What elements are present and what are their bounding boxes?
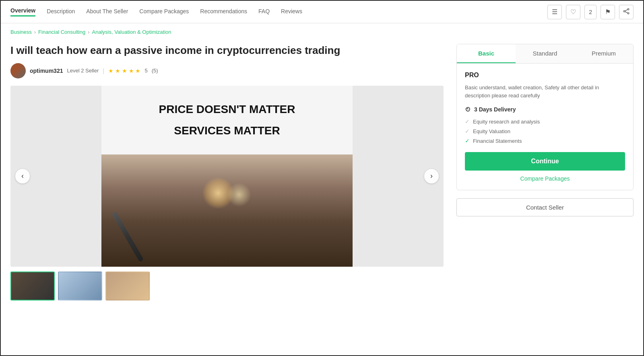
nav-faq[interactable]: FAQ [258, 8, 270, 16]
gig-title: I will teach how earn a passive income i… [10, 44, 444, 58]
menu-icon: ☰ [552, 8, 557, 16]
carousel-title-line2: Services Matter [155, 120, 299, 142]
package-card: Basic Standard Premium PRO Basic underst… [456, 44, 634, 190]
check-icon-2: ✓ [465, 128, 470, 134]
package-name: PRO [465, 72, 625, 79]
package-tabs: Basic Standard Premium [457, 44, 633, 64]
carousel-title-line1: Price Doesn't Matter [155, 99, 299, 120]
nav-links: Overview Description About The Seller Co… [10, 7, 302, 16]
compare-packages-link[interactable]: Compare Packages [465, 175, 625, 182]
tab-premium[interactable]: Premium [574, 44, 633, 63]
feature-item-1: ✓ Equity research and analysis [465, 118, 625, 125]
top-navigation: Overview Description About The Seller Co… [1, 1, 643, 23]
flag-icon: ⚑ [605, 8, 611, 16]
breadcrumb-financial[interactable]: Financial Consulting [38, 29, 85, 35]
flag-button[interactable]: ⚑ [601, 5, 615, 19]
svg-line-3 [625, 9, 627, 10]
svg-line-4 [625, 11, 627, 12]
feature-item-2: ✓ Equity Valuation [465, 128, 625, 134]
nav-overview[interactable]: Overview [10, 7, 35, 16]
clock-icon: ⏲ [465, 106, 471, 113]
delivery-text: 3 Days Delivery [474, 106, 516, 113]
star-rating: ★ ★ ★ ★ ★ [108, 68, 141, 74]
feature-label-3: Financial Statements [473, 138, 522, 144]
rating-number: 5 [144, 68, 147, 74]
badge-count: 2 [589, 9, 592, 15]
heart-icon: ♡ [570, 8, 576, 16]
feature-label-2: Equity Valuation [473, 128, 510, 134]
breadcrumb-sep-1: › [34, 29, 36, 35]
share-icon [623, 8, 630, 16]
thumbnail-strip [10, 272, 444, 300]
seller-name[interactable]: optimum321 [30, 68, 63, 74]
nav-about-seller[interactable]: About The Seller [86, 8, 128, 16]
share-button[interactable] [619, 5, 634, 19]
svg-point-2 [623, 10, 625, 12]
check-icon-3: ✓ [465, 138, 470, 144]
thumbnail-1[interactable] [10, 272, 55, 300]
continue-button[interactable]: Continue [465, 152, 625, 171]
breadcrumb-sep-2: › [88, 29, 89, 35]
main-content: I will teach how earn a passive income i… [1, 37, 643, 307]
feature-item-3: ✓ Financial Statements [465, 138, 625, 144]
right-column: Basic Standard Premium PRO Basic underst… [456, 44, 634, 300]
contact-seller-button[interactable]: Contact Seller [456, 198, 634, 216]
carousel-next-button[interactable]: › [424, 169, 439, 183]
check-icon-1: ✓ [465, 118, 470, 125]
svg-point-1 [627, 12, 629, 14]
menu-button[interactable]: ☰ [547, 5, 562, 19]
seller-row: optimum321 Level 2 Seller | ★ ★ ★ ★ ★ 5 … [10, 63, 444, 78]
image-carousel: Price Doesn't Matter Services Matter [10, 86, 444, 267]
thumbnail-2[interactable] [58, 272, 102, 300]
carousel-main-image: Price Doesn't Matter Services Matter [10, 86, 444, 267]
avatar-image [10, 63, 26, 78]
package-description: Basic understand, wallet creation, Safet… [465, 84, 625, 99]
nav-recommendations[interactable]: Recommendations [200, 8, 247, 16]
nav-compare-packages[interactable]: Compare Packages [139, 8, 189, 16]
nav-description[interactable]: Description [47, 8, 75, 16]
breadcrumb-business[interactable]: Business [10, 29, 32, 35]
delivery-info: ⏲ 3 Days Delivery [465, 106, 625, 113]
breadcrumb-analysis[interactable]: Analysis, Valuation & Optimization [92, 29, 171, 35]
carousel-prev-button[interactable]: ‹ [15, 169, 30, 183]
thumbnail-3[interactable] [105, 272, 150, 300]
nav-actions: ☰ ♡ 2 ⚑ [547, 5, 634, 19]
tab-standard[interactable]: Standard [516, 44, 574, 63]
rating-count: (5) [152, 68, 158, 74]
breadcrumb: Business › Financial Consulting › Analys… [1, 23, 643, 37]
left-column: I will teach how earn a passive income i… [10, 44, 444, 300]
package-body: PRO Basic understand, wallet creation, S… [457, 64, 633, 190]
svg-point-0 [627, 8, 629, 10]
tab-basic[interactable]: Basic [457, 44, 516, 63]
notification-badge: 2 [584, 5, 597, 19]
seller-level: Level 2 Seller [67, 68, 99, 74]
seller-divider: | [103, 68, 104, 74]
favorite-button[interactable]: ♡ [566, 5, 580, 19]
package-features: ✓ Equity research and analysis ✓ Equity … [465, 118, 625, 144]
avatar[interactable] [10, 63, 26, 78]
nav-reviews[interactable]: Reviews [281, 8, 302, 16]
feature-label-1: Equity research and analysis [473, 119, 540, 125]
